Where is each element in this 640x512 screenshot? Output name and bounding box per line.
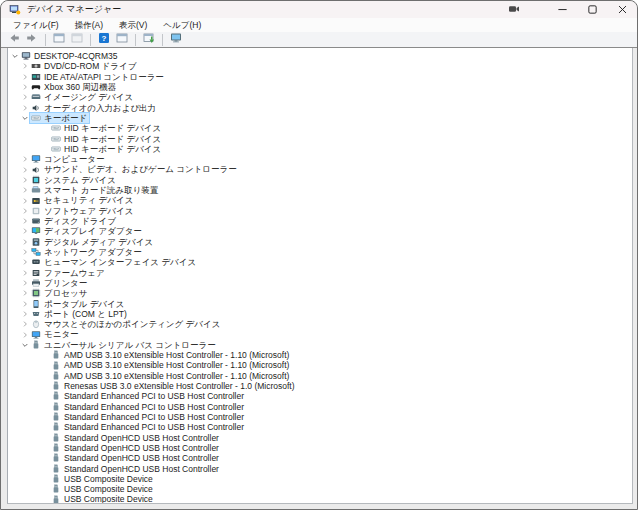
back-button[interactable]	[6, 33, 22, 47]
chevron-right-icon[interactable]	[20, 61, 30, 71]
tree-item[interactable]: AMD USB 3.10 eXtensible Host Controller …	[8, 360, 632, 370]
tree-item[interactable]: サウンド、ビデオ、およびゲーム コントローラー	[8, 164, 632, 174]
chevron-right-icon[interactable]	[20, 330, 30, 340]
chevron-right-icon[interactable]	[20, 257, 30, 267]
tree-item[interactable]: ポータブル デバイス	[8, 299, 632, 309]
chevron-right-icon[interactable]	[20, 278, 30, 288]
tree-item[interactable]: ユニバーサル シリアル バス コントローラー	[8, 340, 632, 350]
tree-item-label: Standard Enhanced PCI to USB Host Contro…	[64, 402, 244, 412]
chevron-right-icon[interactable]	[20, 165, 30, 175]
chevron-spacer	[40, 412, 50, 422]
scan-hardware-button[interactable]	[168, 33, 184, 47]
chevron-right-icon[interactable]	[20, 299, 30, 309]
chevron-right-icon[interactable]	[20, 92, 30, 102]
tree-item[interactable]: Renesas USB 3.0 eXtensible Host Controll…	[8, 381, 632, 391]
tree-item[interactable]: Xbox 360 周辺機器	[8, 82, 632, 92]
tree-item[interactable]: Standard OpenHCD USB Host Controller	[8, 453, 632, 463]
chevron-right-icon[interactable]	[20, 175, 30, 185]
chevron-right-icon[interactable]	[20, 237, 30, 247]
ports-icon	[30, 309, 41, 319]
maximize-button[interactable]	[577, 1, 607, 18]
console-tree-button[interactable]	[51, 33, 67, 47]
tree-item[interactable]: ディスク ドライブ	[8, 216, 632, 226]
tree-item[interactable]: システム デバイス	[8, 175, 632, 185]
chevron-right-icon[interactable]	[20, 226, 30, 236]
tree-item[interactable]: ファームウェア	[8, 268, 632, 278]
tree-item[interactable]: HID キーボード デバイス	[8, 134, 632, 144]
tree-item[interactable]: ネットワーク アダプター	[8, 247, 632, 257]
tree-item[interactable]: Standard Enhanced PCI to USB Host Contro…	[8, 391, 632, 401]
tree-item[interactable]: DVD/CD-ROM ドライブ	[8, 61, 632, 71]
chevron-down-icon[interactable]	[10, 51, 20, 61]
tree-item[interactable]: キーボード	[8, 113, 632, 123]
chevron-right-icon[interactable]	[20, 82, 30, 92]
tree-item[interactable]: AMD USB 3.10 eXtensible Host Controller …	[8, 371, 632, 381]
chevron-right-icon[interactable]	[20, 154, 30, 164]
tree-item[interactable]: Standard OpenHCD USB Host Controller	[8, 433, 632, 443]
tree-item[interactable]: スマート カード読み取り装置	[8, 185, 632, 195]
menu-item-3[interactable]: ヘルプ(H)	[155, 18, 209, 32]
tree-item[interactable]: Standard OpenHCD USB Host Controller	[8, 464, 632, 474]
tree-item[interactable]: Standard Enhanced PCI to USB Host Contro…	[8, 422, 632, 432]
chevron-right-icon[interactable]	[20, 319, 30, 329]
tree-item[interactable]: USB Composite Device	[8, 494, 632, 504]
tree-item[interactable]: DESKTOP-4CQRM35	[8, 51, 632, 61]
toolbar-separator	[135, 34, 136, 46]
chevron-right-icon[interactable]	[20, 309, 30, 319]
mouse-icon	[30, 319, 41, 329]
forward-button[interactable]	[24, 33, 40, 47]
tree-item[interactable]: セキュリティ デバイス	[8, 195, 632, 205]
close-button[interactable]	[607, 1, 637, 18]
tree-item[interactable]: ポート (COM と LPT)	[8, 309, 632, 319]
tree-item[interactable]: デジタル メディア デバイス	[8, 237, 632, 247]
camera-button[interactable]	[499, 1, 529, 18]
tree-item[interactable]: ソフトウェア デバイス	[8, 206, 632, 216]
tree-item[interactable]: IDE ATA/ATAPI コントローラー	[8, 72, 632, 82]
tree-item-label: ネットワーク アダプター	[44, 247, 142, 257]
menu-item-0[interactable]: ファイル(F)	[5, 18, 67, 32]
minimize-button[interactable]	[547, 1, 577, 18]
imaging-icon	[30, 92, 41, 102]
tree-item[interactable]: Standard Enhanced PCI to USB Host Contro…	[8, 402, 632, 412]
chevron-right-icon[interactable]	[20, 103, 30, 113]
chevron-down-icon[interactable]	[20, 113, 30, 123]
tree-item[interactable]: ヒューマン インターフェイス デバイス	[8, 257, 632, 267]
menu-item-1[interactable]: 操作(A)	[67, 18, 111, 32]
tree-item-label: Standard OpenHCD USB Host Controller	[64, 433, 219, 443]
tree-item[interactable]: HID キーボード デバイス	[8, 144, 632, 154]
tree-item[interactable]: Standard Enhanced PCI to USB Host Contro…	[8, 412, 632, 422]
tree-item[interactable]: ディスプレイ アダプター	[8, 226, 632, 236]
software-icon	[30, 206, 41, 216]
chevron-right-icon[interactable]	[20, 247, 30, 257]
tree-item[interactable]: コンピューター	[8, 154, 632, 164]
tree-item[interactable]: モニター	[8, 329, 632, 339]
chevron-right-icon[interactable]	[20, 196, 30, 206]
chevron-right-icon[interactable]	[20, 206, 30, 216]
tree-item[interactable]: HID キーボード デバイス	[8, 123, 632, 133]
chevron-right-icon[interactable]	[20, 268, 30, 278]
chevron-right-icon[interactable]	[20, 288, 30, 298]
tree-item[interactable]: イメージング デバイス	[8, 92, 632, 102]
tree-item-label: ユニバーサル シリアル バス コントローラー	[44, 340, 216, 350]
chevron-down-icon[interactable]	[20, 340, 30, 350]
tree-item[interactable]: Standard OpenHCD USB Host Controller	[8, 443, 632, 453]
menu-item-2[interactable]: 表示(V)	[111, 18, 155, 32]
tree-item[interactable]: AMD USB 3.10 eXtensible Host Controller …	[8, 350, 632, 360]
tree-item[interactable]: マウスとそのほかのポインティング デバイス	[8, 319, 632, 329]
refresh-button[interactable]	[141, 33, 157, 47]
chevron-right-icon[interactable]	[20, 216, 30, 226]
tree-item[interactable]: USB Composite Device	[8, 474, 632, 484]
tree-item[interactable]: プリンター	[8, 278, 632, 288]
chevron-right-icon[interactable]	[20, 185, 30, 195]
tree-item-label: AMD USB 3.10 eXtensible Host Controller …	[64, 371, 289, 381]
chevron-right-icon[interactable]	[20, 72, 30, 82]
arrow-left-icon	[8, 32, 20, 47]
svg-text:?: ?	[102, 34, 107, 43]
tree-item[interactable]: プロセッサ	[8, 288, 632, 298]
properties-button[interactable]	[69, 33, 85, 47]
tree-item-label: ファームウェア	[44, 268, 105, 278]
tree-item[interactable]: オーディオの入力および出力	[8, 103, 632, 113]
tree-item[interactable]: USB Composite Device	[8, 484, 632, 494]
export-list-button[interactable]	[114, 33, 130, 47]
help-button[interactable]: ?	[96, 33, 112, 47]
